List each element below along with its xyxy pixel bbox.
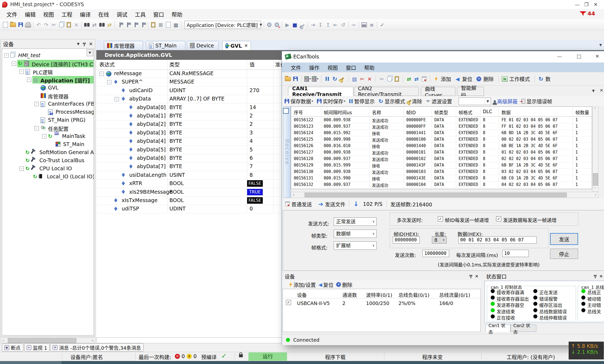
watch-row-xIs29BitMessage[interactable]: xIs29BitMessageBOOLTRUE (96, 188, 282, 197)
toolbar-button-logout-gear[interactable]: ⚙ (273, 21, 281, 29)
bottom-tab-消息 -[interactable]: ≡消息 -总计0个错误,0个警告,34条消息 (50, 343, 144, 352)
save-data-icon[interactable] (285, 99, 289, 103)
message-flag[interactable]: 44 (579, 10, 595, 17)
refresh[interactable]: ↻ (378, 98, 383, 105)
frame-type-select[interactable]: 数据帧∨ (334, 230, 377, 238)
watch-row-xRTR[interactable]: xRTRBOOLFALSE (96, 179, 282, 188)
watch-row-abyData[7][interactable]: abyData[7]BYTE7 (96, 162, 282, 171)
undo-icon[interactable]: ↶ (36, 22, 41, 28)
ecan-toolbar-new-doc[interactable]: ▤ (351, 75, 358, 83)
interval-input[interactable]: 10 (502, 250, 529, 257)
step-over-icon[interactable]: ⇥ (311, 22, 315, 28)
subbar-实时保存[interactable]: 实时保存▾ (317, 98, 346, 105)
channel-arrow-icon[interactable]: ⇄ (414, 76, 419, 82)
pin-icon[interactable] (470, 276, 471, 278)
toolbar-button-stop[interactable]: ■ (291, 21, 299, 29)
reset-arrow-icon[interactable]: ◀ (456, 76, 460, 82)
paste-icon[interactable] (67, 22, 71, 27)
can-frame-row[interactable]: 00156130000.009.938发送成功00000103DATAEXTEN… (291, 168, 592, 175)
tree-item-ProcessMessage[interactable]: ProcessMessage (2, 108, 94, 116)
wrench-icon[interactable] (300, 24, 305, 28)
delete-icon[interactable]: ✕ (74, 22, 79, 28)
GVL-tab-icon[interactable] (225, 43, 228, 48)
device-stop-icon[interactable] (312, 76, 316, 82)
tree-item-ST_Main-(PRG)[interactable]: ST_Main (PRG) (2, 116, 94, 124)
maximize-icon[interactable]: ❐ (582, 1, 591, 8)
ecan-toolbar-lightning[interactable] (432, 75, 440, 83)
bottom-tab-断点[interactable]: ◉断点 (2, 343, 23, 352)
realtime-save-icon[interactable] (317, 99, 322, 103)
can-table-vscrollbar[interactable]: ˄˅ (592, 106, 598, 192)
toolbar-button-build-list[interactable]: ≡ (368, 21, 376, 29)
frameid-increment-checkbox[interactable]: ✓ (438, 216, 443, 221)
toolbar-button-print[interactable] (24, 21, 32, 29)
ecan-toolbar-paste-frames[interactable] (393, 75, 401, 83)
grid-view-icon[interactable]: ⊞ (159, 22, 163, 28)
tree-expand-icon[interactable]: - (35, 126, 39, 130)
build-chart-icon[interactable] (361, 22, 367, 27)
minimize-icon[interactable]: — (573, 1, 582, 8)
watch-row-SUPER^[interactable]: -SUPER^MESSAGE (96, 78, 282, 86)
tree-expand-icon[interactable]: - (35, 102, 39, 106)
data-mode-icon[interactable]: ↻ (538, 76, 543, 82)
toolbar-button-next-step[interactable]: ⇨ (350, 21, 357, 29)
menu-item-视图[interactable]: 视图 (43, 11, 54, 18)
work-mode-icon[interactable]: ⇆ (502, 76, 508, 82)
step-into-icon[interactable]: ↧ (318, 22, 323, 28)
menu-item-文件[interactable]: 文件 (6, 11, 17, 18)
ecan-toolbar-channel-arrow[interactable]: ⇄ (413, 75, 420, 83)
ecan-toolbar-close-red[interactable]: ✕ (366, 75, 373, 83)
step-out-icon[interactable]: ↥ (326, 22, 330, 28)
ecan-toolbar-label[interactable]: 工作模式 (509, 75, 530, 82)
toolbar-button-step-over[interactable]: ⇥ (309, 21, 317, 29)
ecan-toolbar-refresh[interactable]: ↻ (331, 75, 339, 83)
toolbar-button-step-into[interactable]: ↧ (317, 21, 324, 29)
Device-tab-icon[interactable] (190, 43, 194, 48)
filter-combo[interactable]: ▼ (459, 98, 491, 105)
tree-item-SoftMotion-General-Axis-[interactable]: ↻SoftMotion General Axis Poo (2, 148, 94, 157)
menu-item-编辑[interactable]: 编辑 (25, 11, 36, 18)
can-frame-row[interactable]: 00156128000.009.937发送成功00000102DATAEXTEN… (291, 155, 592, 162)
print-icon[interactable] (25, 23, 31, 27)
bottom-tab-监视 1[interactable]: ∞监视 1 (24, 343, 50, 352)
tab-close-icon[interactable]: ✕ (600, 88, 603, 93)
toolbar-button-replace[interactable]: ⇄ (91, 21, 98, 29)
bookmark-prev-icon[interactable] (127, 22, 128, 27)
tree-expand-icon[interactable]: - (19, 70, 24, 74)
copy-icon[interactable] (59, 22, 63, 27)
find-objects-icon[interactable] (99, 23, 105, 27)
frame-id-input[interactable]: 00000000 (393, 236, 420, 244)
toolbar-button-reset[interactable]: ↺ (339, 21, 347, 29)
pause[interactable] (349, 99, 353, 103)
devices-panel-hscrollbar[interactable]: ‹› (1, 337, 95, 343)
toolbar-button-redo[interactable]: ↷ (42, 21, 50, 29)
toolbar-button-step-out[interactable]: ↥ (324, 21, 332, 29)
stop-button[interactable]: 停止 (550, 249, 578, 259)
lightning-icon[interactable] (435, 76, 438, 81)
ecan-toolbar-open-folder[interactable] (284, 75, 292, 83)
toolbar-button-save[interactable] (17, 21, 24, 29)
open-folder-icon[interactable] (285, 77, 291, 81)
menu-item-调试[interactable]: 调试 (117, 11, 127, 18)
build-list-icon[interactable]: ≡ (370, 22, 374, 28)
tree-item-PLC逻辑[interactable]: -PLC逻辑 (2, 68, 94, 76)
os-taskbar[interactable] (0, 361, 604, 364)
subbar-保存数据[interactable]: 保存数据▾ (285, 98, 313, 105)
watch-row-abyData[2][interactable]: abyData[2]BYTE2 (96, 120, 282, 129)
filter-icon[interactable] (426, 100, 430, 102)
normal-send-button[interactable]: 普通发送 (291, 200, 312, 208)
reset-icon[interactable]: ↺ (341, 22, 345, 28)
watch-row-usiDataLength[interactable]: usiDataLengthUSINT8 (96, 171, 282, 180)
toolbar-button-replace-objects[interactable]: ⇄ (106, 21, 113, 29)
tree-item-任务配置[interactable]: -任务配置 (2, 124, 94, 132)
mask-person-icon[interactable] (494, 100, 496, 102)
swap-green-icon[interactable]: ⇄ (407, 76, 411, 82)
can-tab-3[interactable]: 曲线Curver (421, 87, 455, 96)
can-tab-2[interactable]: CAN2 Receive/Transmit (354, 87, 419, 96)
tree-item-CPU-Local-IO[interactable]: -↻CPU Local IO (2, 165, 94, 173)
toolbar-button-find[interactable] (83, 21, 91, 29)
reset-button[interactable]: 复位 (323, 281, 333, 288)
subbar-高级屏蔽[interactable]: 高级屏蔽 (494, 98, 518, 105)
menu-item-工程[interactable]: 工程 (62, 11, 72, 18)
toolbar-button-grid-view[interactable]: ⊞ (157, 21, 165, 29)
